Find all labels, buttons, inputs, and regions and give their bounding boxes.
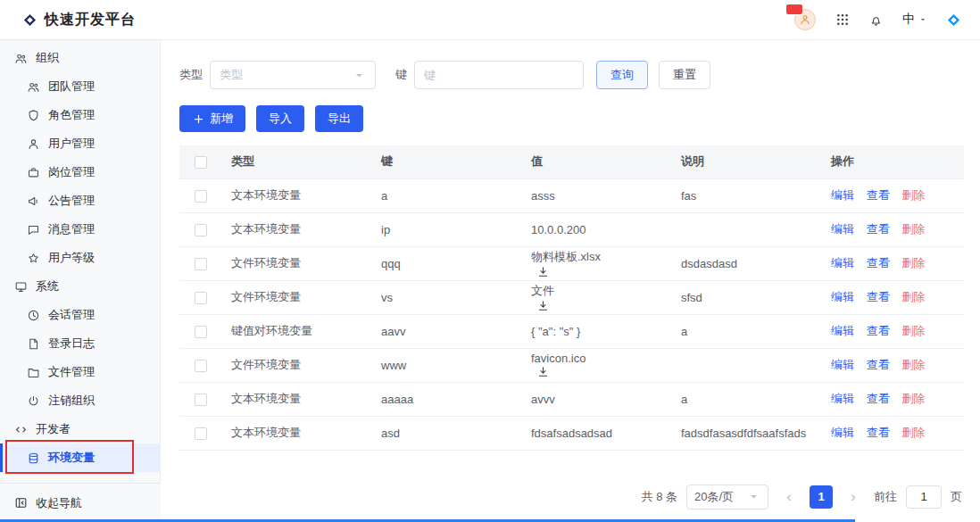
sidebar-item-label: 环境变量 <box>48 450 95 466</box>
cell-actions: 编辑 查看 删除 <box>822 280 964 314</box>
delete-link[interactable]: 删除 <box>901 188 925 202</box>
sidebar-item-label: 用户等级 <box>48 250 95 266</box>
column-header-key: 键 <box>372 145 522 178</box>
view-link[interactable]: 查看 <box>867 426 890 439</box>
delete-link[interactable]: 删除 <box>901 324 925 337</box>
cell-value: favicon.ico <box>522 348 672 382</box>
collapse-icon <box>14 496 28 510</box>
row-checkbox[interactable] <box>195 224 207 236</box>
select-all-checkbox[interactable] <box>195 156 207 169</box>
sidebar-section-developer[interactable]: 开发者 <box>0 415 160 443</box>
view-link[interactable]: 查看 <box>867 392 890 405</box>
main-content: 类型 类型 键 查询 重置 新增 导入 导出 类型 键 值 说明 操作 <box>162 40 980 522</box>
sidebar-item-session-management[interactable]: 会话管理 <box>0 301 160 329</box>
sidebar: 组织 团队管理 角色管理 用户管理 岗位管理 公告管理 消息管理 用户等级 系统… <box>0 40 161 522</box>
user-avatar[interactable] <box>794 9 816 30</box>
sidebar-item-user-level[interactable]: 用户等级 <box>0 244 160 272</box>
sidebar-item-announcement-management[interactable]: 公告管理 <box>0 186 160 215</box>
cell-type: 文本环境变量 <box>222 416 372 450</box>
collapse-nav-button[interactable]: 收起导航 <box>0 483 161 522</box>
cell-key: asd <box>372 416 522 450</box>
row-checkbox[interactable] <box>195 394 207 406</box>
delete-link[interactable]: 删除 <box>901 426 925 439</box>
delete-link[interactable]: 删除 <box>901 222 925 236</box>
prev-page-button[interactable]: ‹ <box>777 485 801 509</box>
goto-page-input[interactable] <box>906 485 942 509</box>
top-header: 快速开发平台 中 <box>0 0 980 40</box>
sidebar-item-role-management[interactable]: 角色管理 <box>0 101 160 129</box>
view-link[interactable]: 查看 <box>867 324 890 337</box>
cell-key: www <box>372 348 522 382</box>
cell-type: 文本环境变量 <box>222 212 372 246</box>
sidebar-item-deregister-organization[interactable]: 注销组织 <box>0 386 160 415</box>
cell-type: 文件环境变量 <box>222 348 372 382</box>
delete-link[interactable]: 删除 <box>901 256 925 269</box>
row-checkbox[interactable] <box>195 427 207 440</box>
reset-button[interactable]: 重置 <box>659 61 710 89</box>
edit-link[interactable]: 编辑 <box>831 358 854 371</box>
sidebar-section-organization[interactable]: 组织 <box>0 44 160 72</box>
download-icon[interactable] <box>536 265 550 278</box>
delete-link[interactable]: 删除 <box>901 290 925 303</box>
row-checkbox-cell <box>179 178 222 212</box>
edit-link[interactable]: 编辑 <box>831 256 854 269</box>
view-link[interactable]: 查看 <box>867 222 890 236</box>
sidebar-section-system[interactable]: 系统 <box>0 272 160 301</box>
workspace-logo-icon[interactable] <box>947 13 960 27</box>
shield-icon <box>27 109 40 122</box>
key-filter-input[interactable] <box>414 61 584 89</box>
edit-link[interactable]: 编辑 <box>831 426 854 439</box>
cell-value: 10.0.0.200 <box>522 212 672 246</box>
search-button[interactable]: 查询 <box>596 61 648 89</box>
sidebar-item-user-management[interactable]: 用户管理 <box>0 129 160 158</box>
import-button[interactable]: 导入 <box>256 105 304 132</box>
sidebar-item-position-management[interactable]: 岗位管理 <box>0 158 160 186</box>
sidebar-item-team-management[interactable]: 团队管理 <box>0 72 160 101</box>
plus-icon <box>192 112 205 126</box>
type-select-placeholder: 类型 <box>220 67 243 83</box>
row-checkbox-cell <box>179 280 222 314</box>
star-icon <box>27 252 40 265</box>
row-checkbox[interactable] <box>195 360 207 372</box>
export-button[interactable]: 导出 <box>315 105 363 132</box>
view-link[interactable]: 查看 <box>867 256 890 269</box>
page-size-select[interactable]: 20条/页 <box>686 485 768 510</box>
cell-description <box>672 348 822 382</box>
next-page-button[interactable]: › <box>842 485 865 509</box>
sidebar-item-label: 消息管理 <box>48 221 95 237</box>
download-icon[interactable] <box>536 299 550 312</box>
delete-link[interactable]: 删除 <box>901 358 925 371</box>
download-icon[interactable] <box>536 365 550 378</box>
avatar-badge <box>786 4 802 14</box>
edit-link[interactable]: 编辑 <box>831 290 854 303</box>
pagination: 共 8 条 20条/页 ‹ 1 › 前往 页 <box>179 485 964 510</box>
bell-icon[interactable] <box>869 13 883 27</box>
type-filter-select[interactable]: 类型 <box>210 61 376 89</box>
delete-link[interactable]: 删除 <box>901 392 925 405</box>
view-link[interactable]: 查看 <box>867 188 890 202</box>
row-checkbox[interactable] <box>195 190 207 203</box>
sidebar-item-message-management[interactable]: 消息管理 <box>0 215 160 244</box>
edit-link[interactable]: 编辑 <box>831 188 854 202</box>
row-checkbox[interactable] <box>195 326 207 338</box>
page-1-button[interactable]: 1 <box>810 485 833 509</box>
add-button[interactable]: 新增 <box>179 105 245 132</box>
sidebar-item-login-logs[interactable]: 登录日志 <box>0 329 160 358</box>
cell-key: aaaaa <box>372 382 522 416</box>
edit-link[interactable]: 编辑 <box>831 324 854 337</box>
view-link[interactable]: 查看 <box>867 358 890 371</box>
row-checkbox[interactable] <box>195 292 207 304</box>
edit-link[interactable]: 编辑 <box>831 222 854 236</box>
sidebar-item-environment-variables[interactable]: 环境变量 <box>0 443 160 472</box>
chevron-down-icon <box>918 15 927 24</box>
view-link[interactable]: 查看 <box>867 290 890 303</box>
cell-key: aavv <box>372 314 522 348</box>
row-checkbox[interactable] <box>195 258 207 270</box>
apps-grid-icon[interactable] <box>835 12 850 27</box>
language-selector[interactable]: 中 <box>902 12 927 28</box>
sidebar-section-label: 组织 <box>36 50 59 66</box>
edit-link[interactable]: 编辑 <box>831 392 854 405</box>
cell-type: 文本环境变量 <box>222 178 372 212</box>
organization-icon <box>14 52 28 65</box>
sidebar-item-file-management[interactable]: 文件管理 <box>0 358 160 386</box>
